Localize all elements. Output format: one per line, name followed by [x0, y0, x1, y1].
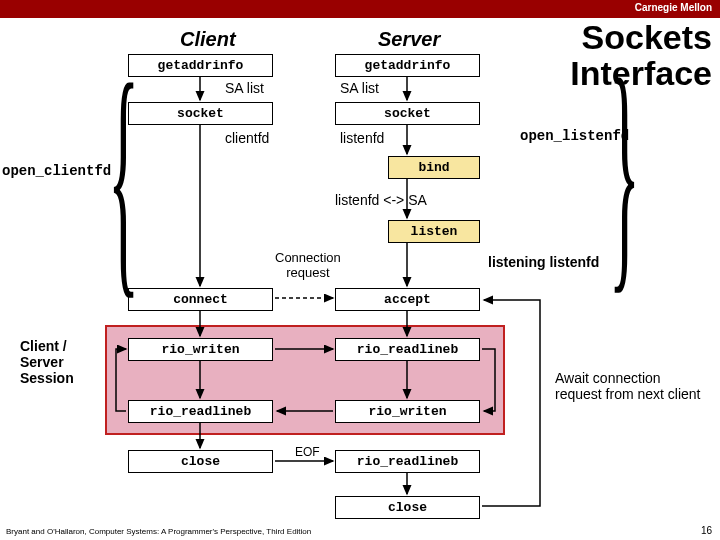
client-close-box: close	[128, 450, 273, 473]
listenfd-sa-label: listenfd <-> SA	[335, 192, 427, 208]
slide-title: Sockets Interface	[570, 20, 712, 91]
server-listen-box: listen	[388, 220, 480, 243]
client-getaddrinfo-box: getaddrinfo	[128, 54, 273, 77]
client-connect-box: connect	[128, 288, 273, 311]
eof-label: EOF	[295, 445, 320, 459]
top-bar: Carnegie Mellon	[0, 0, 720, 18]
server-accept-box: accept	[335, 288, 480, 311]
connection-request-label: Connection request	[275, 250, 341, 280]
sa-list-server-label: SA list	[340, 80, 379, 96]
client-header: Client	[180, 28, 236, 51]
title-line1: Sockets	[582, 18, 712, 56]
footer-text: Bryant and O'Hallaron, Computer Systems:…	[6, 527, 311, 536]
client-rio-readlineb-box: rio_readlineb	[128, 400, 273, 423]
title-line2: Interface	[570, 54, 712, 92]
listenfd-label: listenfd	[340, 130, 384, 146]
open-clientfd-label: open_clientfd	[2, 163, 111, 179]
session-label: Client / Server Session	[20, 338, 74, 386]
server-rio-readlineb2-box: rio_readlineb	[335, 450, 480, 473]
server-rio-readlineb-box: rio_readlineb	[335, 338, 480, 361]
branding: Carnegie Mellon	[635, 2, 712, 13]
server-close-box: close	[335, 496, 480, 519]
client-rio-writen-box: rio_writen	[128, 338, 273, 361]
server-bind-box: bind	[388, 156, 480, 179]
sa-list-client-label: SA list	[225, 80, 264, 96]
page-number: 16	[701, 525, 712, 536]
listening-listenfd-label: listening listenfd	[488, 254, 599, 270]
await-label: Await connection request from next clien…	[555, 370, 705, 402]
server-getaddrinfo-box: getaddrinfo	[335, 54, 480, 77]
server-header: Server	[378, 28, 440, 51]
client-socket-box: socket	[128, 102, 273, 125]
server-rio-writen-box: rio_writen	[335, 400, 480, 423]
clientfd-label: clientfd	[225, 130, 269, 146]
server-socket-box: socket	[335, 102, 480, 125]
